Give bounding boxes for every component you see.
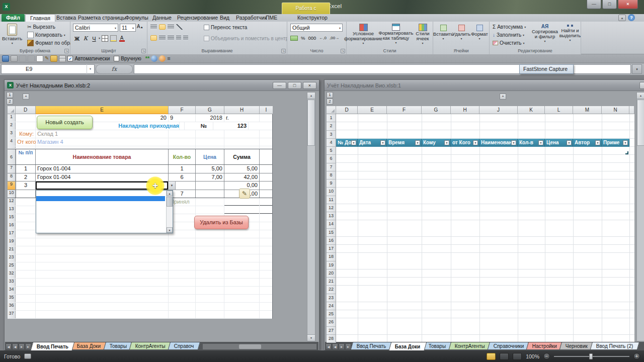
number-format-combo[interactable]: Общий▾ bbox=[290, 24, 343, 32]
percent-style-button[interactable]: % bbox=[301, 35, 305, 41]
prev-sheet-icon[interactable]: ◀ bbox=[12, 343, 18, 350]
dropdown-item[interactable] bbox=[36, 223, 165, 228]
sheet-tab[interactable]: Ввод Печать bbox=[31, 342, 75, 350]
increase-indent-icon[interactable] bbox=[183, 36, 188, 40]
filter-icon[interactable]: ▼ bbox=[444, 140, 449, 145]
sheet-tab[interactable]: Настройки bbox=[526, 342, 563, 349]
name-box-dropdown-icon[interactable]: ▾ bbox=[87, 64, 94, 74]
table-header-cell[interactable]: Кол-в▼ bbox=[518, 139, 545, 147]
table-header-cell[interactable]: Автор▼ bbox=[573, 139, 602, 147]
tab-design-contextual[interactable]: Конструктор bbox=[293, 14, 332, 22]
row-number[interactable]: 16 bbox=[327, 237, 336, 245]
bold-button[interactable]: Ж bbox=[73, 35, 81, 42]
paste-button[interactable]: Вставить ▾ bbox=[2, 23, 22, 45]
scroll-thumb[interactable] bbox=[239, 344, 261, 349]
filter-icon[interactable]: ▼ bbox=[623, 140, 628, 145]
filter-icon[interactable]: ▼ bbox=[473, 140, 478, 145]
next-sheet-icon[interactable]: ► bbox=[339, 343, 345, 350]
sheet-tab[interactable]: КонтрАгенты bbox=[448, 342, 491, 349]
right-vertical-scrollbar[interactable]: ▲ bbox=[636, 92, 644, 341]
row-number[interactable]: 26 bbox=[327, 318, 336, 326]
orange-globe-icon[interactable] bbox=[159, 55, 166, 62]
left-window-titlebar[interactable]: X Учёт Накладными Вио.xlsb:2 — □ × bbox=[5, 80, 319, 91]
sheet-tab[interactable]: База Доки bbox=[388, 342, 426, 350]
dropdown-item[interactable] bbox=[36, 228, 165, 233]
dropdown-item[interactable] bbox=[36, 201, 165, 207]
dropdown-item[interactable] bbox=[36, 212, 165, 217]
first-sheet-icon[interactable]: ◀ bbox=[6, 343, 12, 350]
sheet-tab[interactable]: Черновик bbox=[559, 342, 594, 349]
page-layout-view-icon[interactable] bbox=[500, 353, 509, 360]
tab-home[interactable]: Главная bbox=[25, 14, 55, 22]
column-header[interactable]: D bbox=[336, 106, 358, 114]
name-box[interactable]: E9 bbox=[1, 64, 95, 74]
merge-center-button[interactable]: Объединить и поместить в центре▾ bbox=[203, 35, 295, 42]
row-number[interactable]: 3 bbox=[327, 131, 336, 139]
find-select-button[interactable]: Найти и выделить▾ bbox=[559, 23, 581, 42]
manual-checkbox[interactable] bbox=[114, 56, 119, 61]
sparkle-icon[interactable]: ** bbox=[145, 55, 150, 62]
macro-record-icon[interactable] bbox=[24, 353, 31, 359]
page-break-view-icon[interactable] bbox=[513, 353, 522, 360]
outline-plus-button[interactable]: + bbox=[500, 94, 506, 100]
row-number[interactable]: 4 bbox=[327, 139, 336, 147]
sheet-tab[interactable]: Ввод Печать (2) bbox=[590, 342, 639, 349]
column-header-e[interactable]: E bbox=[36, 106, 169, 114]
app-close-button[interactable]: × bbox=[618, 0, 638, 9]
row-number[interactable]: 1 bbox=[327, 114, 336, 122]
dropdown-scrollbar[interactable]: ▲ ▼ bbox=[166, 191, 173, 233]
row-number[interactable]: 6 bbox=[327, 155, 336, 163]
window-restore-icon[interactable]: □ bbox=[288, 82, 301, 89]
format-cells-button[interactable]: Формат▾ bbox=[470, 24, 489, 40]
column-header[interactable]: L bbox=[545, 106, 573, 114]
decrease-indent-icon[interactable] bbox=[176, 36, 181, 40]
prev-sheet-icon[interactable]: ◀ bbox=[332, 343, 338, 350]
insert-function-button[interactable]: fx bbox=[96, 64, 133, 74]
scroll-up-icon[interactable]: ▲ bbox=[637, 93, 644, 99]
font-name-combo[interactable]: Calibri▾ bbox=[73, 24, 118, 32]
app-minimize-button[interactable]: — bbox=[587, 0, 601, 9]
conditional-formatting-button[interactable]: Условное форматирование▾ bbox=[348, 23, 379, 45]
pencil-icon[interactable]: ✎ bbox=[45, 55, 49, 62]
alignment-dialog-launcher-icon[interactable]: ↘ bbox=[281, 49, 286, 53]
scroll-up-icon[interactable]: ▲ bbox=[307, 93, 315, 99]
right-grid[interactable] bbox=[336, 114, 634, 343]
column-header[interactable]: E bbox=[358, 106, 387, 114]
scroll-down-icon[interactable]: ▼ bbox=[167, 227, 173, 233]
copy-button[interactable]: Копировать▾ bbox=[26, 31, 66, 39]
outline-plus-button[interactable]: + bbox=[23, 94, 29, 100]
wrap-text-button[interactable]: Перенос текста bbox=[203, 24, 248, 31]
row-number[interactable]: 8 bbox=[327, 171, 336, 179]
row-number[interactable]: 5 bbox=[327, 147, 336, 155]
column-header-d[interactable]: D bbox=[16, 106, 36, 114]
format-as-table-button[interactable]: Форматировать как таблицу▾ bbox=[380, 23, 412, 44]
align-top-icon[interactable] bbox=[150, 25, 157, 29]
outline-level2-button[interactable]: 2 bbox=[327, 99, 333, 105]
table-resize-handle[interactable] bbox=[625, 151, 628, 154]
table-header-cell[interactable]: Время▼ bbox=[387, 139, 422, 147]
delete-from-db-button[interactable]: Удалить из Базы bbox=[194, 216, 249, 229]
column-header[interactable]: F bbox=[387, 106, 422, 114]
column-header-f[interactable]: F bbox=[169, 106, 196, 114]
auto-checkbox[interactable]: ✔ bbox=[67, 56, 73, 61]
row-number[interactable]: 14 bbox=[327, 220, 336, 228]
column-header[interactable]: G bbox=[422, 106, 451, 114]
table-header-cell[interactable]: Наименовани▼ bbox=[479, 139, 518, 147]
window-close-icon[interactable]: × bbox=[303, 82, 316, 89]
zoom-slider[interactable] bbox=[554, 356, 629, 357]
filter-icon[interactable]: ▼ bbox=[511, 140, 516, 145]
tab-data[interactable]: Данные bbox=[148, 14, 176, 22]
column-header[interactable]: N bbox=[602, 106, 629, 114]
underline-button[interactable]: Ч bbox=[90, 35, 98, 42]
table-header-cell[interactable]: Цена▼ bbox=[545, 139, 573, 147]
table-header-cell[interactable]: от Кого▼ bbox=[451, 139, 479, 147]
normal-view-icon[interactable] bbox=[487, 353, 496, 360]
zoom-in-icon[interactable]: + bbox=[633, 353, 640, 359]
sheet-tab[interactable]: Ввод Печать bbox=[351, 342, 392, 349]
align-left-icon[interactable] bbox=[150, 35, 157, 41]
dropdown-item[interactable] bbox=[36, 207, 165, 212]
italic-button[interactable]: К bbox=[82, 35, 90, 42]
next-sheet-icon[interactable]: ► bbox=[19, 343, 25, 350]
sheet-tab[interactable]: Справоч bbox=[168, 342, 200, 349]
minimize-ribbon-icon[interactable]: ▲ bbox=[618, 15, 626, 21]
